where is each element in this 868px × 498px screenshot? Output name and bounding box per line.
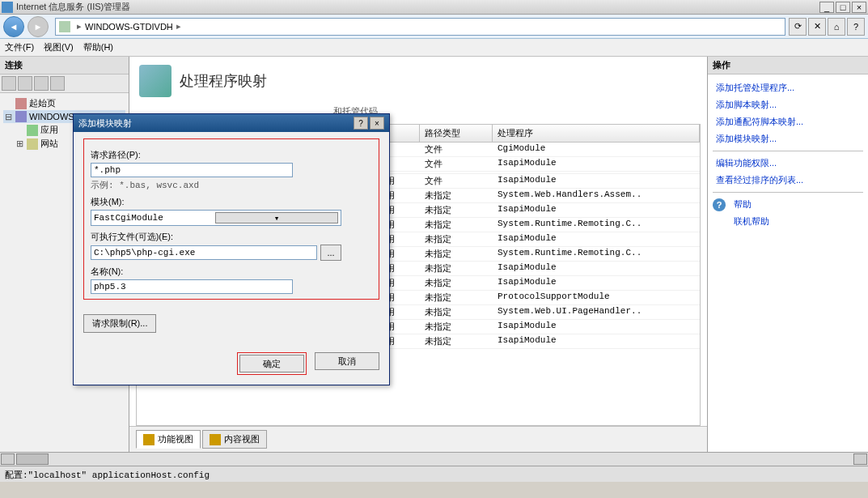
toolbar-btn[interactable] <box>2 76 16 91</box>
action-add-wildcard[interactable]: 添加通配符脚本映射... <box>713 113 863 130</box>
chevron-down-icon[interactable]: ▾ <box>215 212 338 223</box>
page-title: 处理程序映射 <box>180 71 267 91</box>
add-module-mapping-dialog: 添加模块映射 ? × 请求路径(P): 示例: *.bas, wsvc.axd … <box>73 113 390 385</box>
executable-label: 可执行文件(可选)(E): <box>91 231 372 243</box>
app-icon <box>2 2 13 13</box>
dialog-close-button[interactable]: × <box>370 117 384 130</box>
action-add-module-map[interactable]: 添加模块映射... <box>713 130 863 147</box>
action-help[interactable]: 帮助 <box>730 196 755 213</box>
cancel-button[interactable]: 取消 <box>315 352 379 370</box>
maximize-button[interactable]: □ <box>836 2 850 13</box>
dialog-titlebar[interactable]: 添加模块映射 ? × <box>74 114 389 132</box>
name-input[interactable] <box>91 279 293 294</box>
dialog-help-button[interactable]: ? <box>354 117 368 130</box>
tab-content-view[interactable]: 内容视图 <box>202 430 267 449</box>
minimize-button[interactable]: _ <box>819 2 834 13</box>
help-icon: ? <box>713 198 726 211</box>
breadcrumb-host: WINDOWS-GTDIVDH <box>85 22 173 32</box>
connections-toolbar <box>0 74 129 93</box>
handler-mappings-icon <box>139 65 171 97</box>
nav-toolbar: ◄ ► ▸ WINDOWS-GTDIVDH ▸ ⟳ ✕ ⌂ ? <box>0 15 868 39</box>
executable-input[interactable] <box>91 245 317 260</box>
browse-button[interactable]: ... <box>320 245 341 261</box>
scroll-right-icon[interactable] <box>853 453 867 465</box>
stop-icon[interactable]: ✕ <box>808 18 826 36</box>
tree-start-page[interactable]: 起始页 <box>3 96 125 110</box>
breadcrumb[interactable]: ▸ WINDOWS-GTDIVDH ▸ <box>55 18 785 36</box>
menu-bar: 文件(F) 视图(V) 帮助(H) <box>0 39 868 57</box>
scroll-left-icon[interactable] <box>1 453 15 465</box>
refresh-icon[interactable]: ⟳ <box>789 18 807 36</box>
action-add-managed[interactable]: 添加托管处理程序... <box>713 79 863 96</box>
name-label: 名称(N): <box>91 266 372 278</box>
actions-header: 操作 <box>708 57 868 74</box>
action-edit-permissions[interactable]: 编辑功能权限... <box>713 155 863 172</box>
server-icon <box>59 21 70 32</box>
toolbar-btn[interactable] <box>18 76 32 91</box>
window-titlebar: Internet 信息服务 (IIS)管理器 _ □ × <box>0 0 868 15</box>
request-path-label: 请求路径(P): <box>91 149 372 161</box>
module-combobox[interactable]: FastCgiModule ▾ <box>91 210 341 226</box>
scroll-thumb[interactable] <box>16 453 49 465</box>
action-view-sorted[interactable]: 查看经过排序的列表... <box>713 172 863 189</box>
toolbar-btn[interactable] <box>50 76 65 91</box>
tab-features-view[interactable]: 功能视图 <box>136 430 201 449</box>
menu-file[interactable]: 文件(F) <box>5 41 34 53</box>
window-title: Internet 信息服务 (IIS)管理器 <box>16 1 819 13</box>
features-icon <box>143 434 155 445</box>
request-path-input[interactable] <box>91 163 293 177</box>
ok-button[interactable]: 确定 <box>239 355 304 372</box>
horizontal-scrollbar[interactable] <box>0 452 868 466</box>
dialog-title: 添加模块映射 <box>78 117 352 130</box>
connections-header: 连接 <box>0 57 129 74</box>
request-path-hint: 示例: *.bas, wsvc.axd <box>91 179 372 191</box>
action-add-script-map[interactable]: 添加脚本映射... <box>713 96 863 113</box>
help-icon[interactable]: ? <box>847 18 865 36</box>
forward-button[interactable]: ► <box>28 16 49 37</box>
content-icon <box>210 434 221 445</box>
status-bar: 配置:"localhost" applicationHost.config <box>0 466 868 482</box>
menu-view[interactable]: 视图(V) <box>44 41 74 53</box>
module-label: 模块(M): <box>91 196 372 208</box>
home-icon[interactable]: ⌂ <box>828 18 845 36</box>
close-button[interactable]: × <box>852 2 866 13</box>
request-restrictions-button[interactable]: 请求限制(R)... <box>83 314 156 333</box>
module-value: FastCgiModule <box>94 213 215 223</box>
toolbar-btn[interactable] <box>34 76 49 91</box>
action-online-help[interactable]: 联机帮助 <box>713 213 863 230</box>
menu-help[interactable]: 帮助(H) <box>83 41 113 53</box>
dialog-highlight-box: 请求路径(P): 示例: *.bas, wsvc.axd 模块(M): Fast… <box>83 138 379 300</box>
back-button[interactable]: ◄ <box>3 16 24 37</box>
